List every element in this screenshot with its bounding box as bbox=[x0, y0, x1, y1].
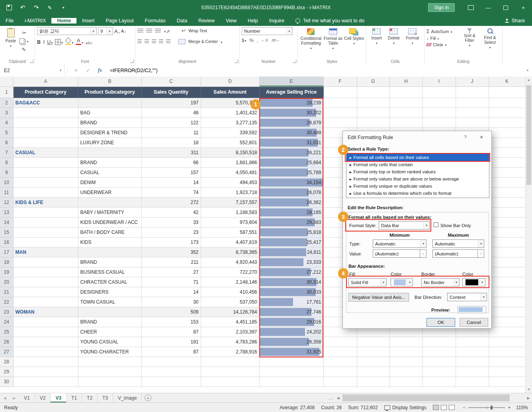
cell-subcategory[interactable] bbox=[78, 307, 141, 317]
range-select-icon[interactable] bbox=[477, 250, 484, 257]
cell-empty[interactable] bbox=[78, 357, 141, 367]
cell-empty[interactable] bbox=[489, 86, 525, 98]
sort-filter-button[interactable]: Sort & Filter bbox=[460, 27, 480, 58]
scroll-right-icon[interactable] bbox=[525, 396, 532, 400]
cell-empty[interactable] bbox=[489, 307, 525, 317]
sheet-tab-v-image[interactable]: V_image bbox=[113, 393, 142, 402]
cell-quantity[interactable]: 66 bbox=[141, 157, 201, 167]
row-header-20[interactable]: 20 bbox=[0, 277, 13, 287]
cell-empty[interactable] bbox=[489, 177, 525, 187]
cell-amount[interactable]: 1,188,583 bbox=[201, 207, 259, 217]
sheet-tab-v2[interactable]: V2 bbox=[35, 393, 51, 402]
rule-type-item[interactable]: Use a formula to determine which cells t… bbox=[346, 190, 489, 197]
align-right-icon[interactable] bbox=[152, 39, 156, 44]
cell-amount[interactable]: 339,592 bbox=[201, 128, 259, 137]
cell-category[interactable]: BAG&ACC bbox=[13, 98, 78, 108]
cell-category[interactable] bbox=[13, 227, 78, 237]
row-header-1[interactable]: 1 bbox=[0, 86, 13, 98]
cell-empty[interactable] bbox=[489, 157, 525, 167]
cell-subcategory[interactable] bbox=[78, 197, 141, 207]
col-header-E[interactable]: E bbox=[259, 77, 323, 86]
ribbon-tab-insert[interactable]: Insert bbox=[76, 18, 100, 24]
negative-value-axis-button[interactable]: Negative Value and Axis... bbox=[348, 293, 409, 302]
type-maximum-combo[interactable]: Automatic bbox=[432, 239, 484, 248]
cell-empty[interactable] bbox=[489, 128, 525, 137]
cell-price[interactable]: 29,016 bbox=[259, 317, 323, 327]
sheet-tab-t1[interactable]: T1 bbox=[66, 393, 82, 402]
fill-type-combo[interactable]: Solid Fill bbox=[348, 278, 387, 286]
cell-empty[interactable] bbox=[389, 98, 422, 108]
cell-category[interactable] bbox=[13, 177, 78, 187]
cell-empty[interactable] bbox=[389, 86, 422, 98]
cell-subcategory[interactable]: CHEER bbox=[78, 327, 141, 337]
cell-empty[interactable] bbox=[141, 377, 201, 386]
cell-price[interactable]: 26,362 bbox=[259, 197, 323, 207]
cell-empty[interactable] bbox=[422, 337, 456, 347]
col-header-H[interactable]: H bbox=[389, 77, 422, 86]
cell-subcategory[interactable]: BRAND bbox=[78, 118, 141, 128]
zoom-out-button[interactable]: − bbox=[461, 405, 467, 410]
page-layout-view-button[interactable] bbox=[441, 405, 447, 410]
wrap-text-button[interactable] bbox=[181, 28, 186, 33]
cell-empty[interactable] bbox=[456, 367, 489, 377]
cell-empty[interactable] bbox=[389, 118, 422, 128]
cell-empty[interactable] bbox=[489, 297, 525, 307]
cell-price[interactable]: 30,314 bbox=[259, 277, 323, 287]
cell-empty[interactable] bbox=[389, 108, 422, 118]
cell-empty[interactable] bbox=[489, 267, 525, 277]
cell-empty[interactable] bbox=[389, 367, 422, 377]
orientation-button[interactable] bbox=[164, 27, 170, 34]
cell-empty[interactable] bbox=[389, 347, 422, 357]
font-dialog-launcher[interactable] bbox=[130, 59, 134, 63]
ribbon-tab-file[interactable]: File bbox=[0, 18, 19, 24]
cell-category[interactable] bbox=[13, 217, 78, 227]
cell-empty[interactable] bbox=[489, 108, 525, 118]
cell-empty[interactable] bbox=[489, 98, 525, 108]
cell-amount[interactable]: 8,150,518 bbox=[201, 147, 259, 157]
cell-empty[interactable] bbox=[456, 118, 489, 128]
cell-category[interactable] bbox=[13, 237, 78, 247]
row-header-15[interactable]: 15 bbox=[0, 227, 13, 237]
border-color-combo[interactable] bbox=[462, 278, 485, 286]
display-settings-button[interactable]: Display Settings bbox=[384, 405, 426, 410]
bar-direction-combo[interactable]: Context bbox=[447, 293, 487, 301]
cell-quantity[interactable]: 18 bbox=[141, 137, 201, 147]
value-maximum-input[interactable]: (Automatic) bbox=[432, 249, 484, 258]
cell-empty[interactable] bbox=[13, 357, 78, 367]
cell-subcategory[interactable]: BRAND bbox=[78, 317, 141, 327]
cell-price[interactable]: 25,664 bbox=[259, 157, 323, 167]
zoom-in-button[interactable]: + bbox=[507, 405, 512, 410]
cell-empty[interactable] bbox=[422, 108, 456, 118]
row-header-17[interactable]: 17 bbox=[0, 247, 13, 257]
cell-price[interactable]: 30,202 bbox=[259, 108, 323, 118]
ribbon-tab-review[interactable]: Review bbox=[193, 18, 220, 24]
cell-subcategory[interactable]: YOUNG CHARACTER bbox=[78, 347, 141, 357]
cell-category[interactable] bbox=[13, 327, 78, 337]
cell-quantity[interactable]: 197 bbox=[141, 98, 201, 108]
row-header-21[interactable]: 21 bbox=[0, 287, 13, 297]
align-bottom-icon[interactable] bbox=[155, 29, 161, 33]
cell-empty[interactable] bbox=[201, 357, 259, 367]
row-header-26[interactable]: 26 bbox=[0, 337, 13, 347]
cell-empty[interactable] bbox=[456, 347, 489, 357]
cell-empty[interactable] bbox=[489, 197, 525, 207]
cell-subcategory[interactable]: KIDS bbox=[78, 237, 141, 247]
table-header-cell[interactable]: Product Category bbox=[13, 86, 78, 98]
dialog-close-button[interactable]: × bbox=[476, 133, 487, 141]
cell-empty[interactable] bbox=[422, 98, 456, 108]
cell-subcategory[interactable]: DENIM bbox=[78, 177, 141, 187]
cell-quantity[interactable]: 157 bbox=[141, 167, 201, 177]
cell-empty[interactable] bbox=[323, 377, 357, 386]
cell-empty[interactable] bbox=[323, 337, 357, 347]
cell-quantity[interactable]: 211 bbox=[141, 257, 201, 267]
cell-subcategory[interactable]: BUSINESS CASUAL bbox=[78, 267, 141, 277]
cell-price[interactable]: 17,761 bbox=[259, 297, 323, 307]
sheet-nav-left-icon[interactable] bbox=[0, 393, 10, 402]
row-header-23[interactable]: 23 bbox=[0, 307, 13, 317]
cell-price[interactable]: 29,383 bbox=[259, 217, 323, 227]
ribbon-display-options-button[interactable] bbox=[462, 0, 479, 15]
row-header-7[interactable]: 7 bbox=[0, 147, 13, 157]
sheet-tab-t3[interactable]: T3 bbox=[98, 393, 113, 402]
cell-empty[interactable] bbox=[201, 377, 259, 386]
phonetic-guide-button[interactable]: abc bbox=[86, 41, 93, 45]
